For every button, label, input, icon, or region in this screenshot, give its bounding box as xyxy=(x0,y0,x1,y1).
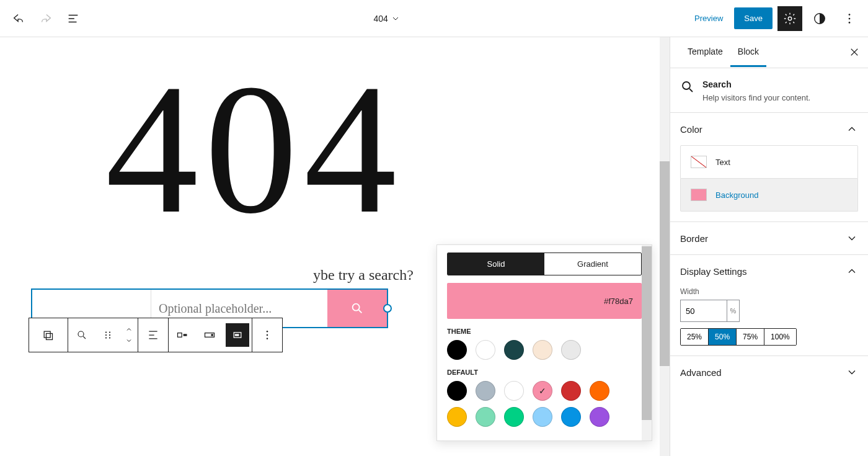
svg-point-3 xyxy=(849,17,851,19)
block-toolbar xyxy=(29,318,283,352)
current-color-swatch[interactable]: #f78da7 xyxy=(447,283,642,319)
block-info-text: Search Help visitors find your content. xyxy=(702,79,810,102)
preview-button[interactable]: Preview xyxy=(688,14,729,23)
bt-group-parent xyxy=(29,318,68,352)
color-swatch[interactable] xyxy=(561,407,581,427)
list-view-button[interactable] xyxy=(61,6,86,31)
doc-title: 404 xyxy=(373,14,388,24)
panel-display-header[interactable]: Display Settings xyxy=(670,255,868,287)
move-up-button[interactable] xyxy=(120,324,138,335)
save-button[interactable]: Save xyxy=(734,7,773,29)
more-menu-button[interactable] xyxy=(837,6,862,31)
block-description: Help visitors find your content. xyxy=(702,93,810,102)
topbar-left-group xyxy=(6,6,86,31)
color-swatch[interactable] xyxy=(476,407,495,427)
select-parent-button[interactable] xyxy=(29,320,66,350)
color-swatch[interactable] xyxy=(561,381,581,401)
color-swatch[interactable] xyxy=(590,407,609,427)
align-button[interactable] xyxy=(138,320,168,350)
width-preset-75%[interactable]: 75% xyxy=(737,329,764,345)
settings-sidebar: Template Block Search Help visitors find… xyxy=(670,37,868,456)
color-swatch[interactable] xyxy=(476,340,495,360)
move-down-button[interactable] xyxy=(120,335,138,346)
color-swatch[interactable] xyxy=(476,381,495,401)
svg-point-4 xyxy=(849,22,851,24)
tab-block[interactable]: Block xyxy=(730,38,766,67)
color-swatch[interactable] xyxy=(447,407,467,427)
panel-advanced-header[interactable]: Advanced xyxy=(670,356,868,388)
toggle-label-button[interactable] xyxy=(169,320,196,350)
text-color-swatch xyxy=(691,156,707,168)
color-swatch[interactable] xyxy=(447,381,467,401)
search-icon xyxy=(350,302,364,315)
button-only-icon xyxy=(231,329,244,341)
solid-tab[interactable]: Solid xyxy=(448,253,544,275)
search-submit-button[interactable] xyxy=(327,290,387,327)
block-more-button[interactable] xyxy=(252,320,282,350)
chevron-up-icon xyxy=(846,265,858,277)
drag-handle[interactable] xyxy=(95,320,120,350)
undo-button[interactable] xyxy=(6,6,31,31)
width-unit[interactable]: % xyxy=(727,300,740,322)
panel-display-title: Display Settings xyxy=(680,266,747,277)
list-view-icon xyxy=(66,12,80,25)
theme-colors-row xyxy=(447,340,642,360)
color-background-row[interactable]: Background xyxy=(680,179,858,212)
button-position-button[interactable] xyxy=(196,320,223,350)
svg-point-12 xyxy=(109,331,110,333)
popover-scrollbar-thumb[interactable] xyxy=(642,246,652,420)
use-icon-button[interactable] xyxy=(226,323,249,347)
theme-label: THEME xyxy=(447,328,642,335)
resize-handle[interactable] xyxy=(383,304,392,313)
tab-template[interactable]: Template xyxy=(680,38,730,67)
svg-point-0 xyxy=(788,17,792,20)
width-preset-25%[interactable]: 25% xyxy=(681,329,709,345)
color-swatch[interactable] xyxy=(533,381,552,401)
chevron-down-icon xyxy=(125,337,133,344)
canvas-scrollbar-thumb[interactable] xyxy=(660,161,670,366)
color-swatch[interactable] xyxy=(504,381,524,401)
bt-group-align xyxy=(138,318,169,352)
color-swatch[interactable] xyxy=(533,340,552,360)
bt-group-block xyxy=(68,318,138,352)
gradient-tab[interactable]: Gradient xyxy=(544,253,641,275)
styles-button[interactable] xyxy=(807,6,832,31)
svg-line-27 xyxy=(689,89,693,92)
color-type-tabs: Solid Gradient xyxy=(447,253,642,275)
svg-line-10 xyxy=(83,336,86,339)
panel-border-header[interactable]: Border xyxy=(670,222,868,254)
svg-point-13 xyxy=(105,334,107,336)
chevron-down-icon xyxy=(391,14,401,24)
width-input[interactable] xyxy=(680,300,727,322)
heading-404[interactable]: 404 xyxy=(105,56,639,242)
color-swatch[interactable] xyxy=(447,340,467,360)
svg-rect-7 xyxy=(44,331,50,338)
doc-title-area[interactable]: 404 xyxy=(86,14,688,24)
color-swatch[interactable] xyxy=(533,407,552,427)
svg-point-25 xyxy=(267,338,268,340)
chevron-down-icon xyxy=(846,366,858,378)
close-sidebar-button[interactable] xyxy=(847,45,862,60)
panel-color-header[interactable]: Color xyxy=(670,113,868,145)
panel-display: Display Settings Width % 25%50%75%100% xyxy=(670,254,868,355)
block-type-button[interactable] xyxy=(68,320,95,350)
contrast-icon xyxy=(813,12,826,25)
svg-rect-8 xyxy=(46,334,53,340)
color-text-row[interactable]: Text xyxy=(680,145,858,179)
topbar-right-group: Preview Save xyxy=(688,6,862,31)
width-input-row: % xyxy=(680,300,858,322)
color-swatch[interactable] xyxy=(590,381,609,401)
default-label: DEFAULT xyxy=(447,369,642,376)
panel-advanced: Advanced xyxy=(670,355,868,388)
svg-point-15 xyxy=(105,337,107,338)
editor-canvas: 404 ybe try a search? xyxy=(0,37,670,456)
label-outside-icon xyxy=(176,329,188,341)
width-preset-50%[interactable]: 50% xyxy=(709,329,737,345)
redo-button[interactable] xyxy=(33,6,58,31)
svg-point-26 xyxy=(683,82,690,89)
settings-button[interactable] xyxy=(777,6,802,31)
width-preset-100%[interactable]: 100% xyxy=(764,329,796,345)
color-swatch[interactable] xyxy=(504,340,524,360)
color-swatch[interactable] xyxy=(504,407,524,427)
color-swatch[interactable] xyxy=(561,340,581,360)
